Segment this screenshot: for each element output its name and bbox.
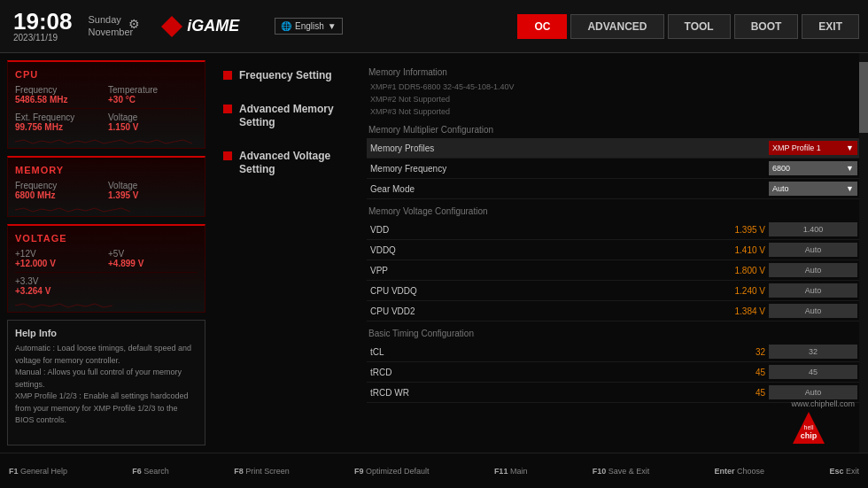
svg-text:hell: hell <box>804 424 814 430</box>
row-cpu-vdd2[interactable]: CPU VDD2 1.384 V Auto <box>367 301 861 321</box>
row-vddq[interactable]: VDDQ 1.410 V Auto <box>367 240 861 260</box>
control-memory-profiles[interactable]: XMP Profile 1 ▼ <box>769 141 857 155</box>
control-cpu-vddq[interactable]: Auto <box>769 283 857 298</box>
row-gear-mode[interactable]: Gear Mode Auto ▼ <box>367 179 861 199</box>
right-panel[interactable]: Memory Information XMP#1 DDR5-6800 32-45… <box>363 53 868 453</box>
nav-advanced-button[interactable]: ADVANCED <box>570 14 663 39</box>
mem-voltage: Voltage 1.395 V <box>108 181 198 200</box>
bottom-save-exit: F10 Save & Exit <box>593 467 650 476</box>
nav-exit-button[interactable]: EXIT <box>802 14 859 39</box>
control-memory-frequency[interactable]: 6800 ▼ <box>769 161 857 175</box>
memory-title: MEMORY <box>15 165 198 175</box>
control-cpu-vdd2[interactable]: Auto <box>769 304 857 318</box>
xmp2-info: XMP#2 Not Supported <box>367 93 861 105</box>
gear-dropdown[interactable]: Auto ▼ <box>769 182 857 196</box>
website-text: www.chiphell.com chip hell <box>791 399 855 445</box>
cpu-voltage: Voltage 1.150 V <box>108 112 198 132</box>
row-vdd[interactable]: VDD 1.395 V 1.400 <box>367 220 861 240</box>
cpu-temp-label: Temperature +30 °C <box>108 85 198 105</box>
row-trcd[interactable]: tRCD 45 45 <box>367 362 861 383</box>
menu-label-advanced-memory: Advanced Memory Setting <box>239 103 353 130</box>
v-5v: +5V +4.899 V <box>108 249 198 268</box>
voltage-grid: +12V +12.000 V +5V +4.899 V <box>15 249 198 268</box>
profile-dropdown[interactable]: XMP Profile 1 ▼ <box>769 141 857 155</box>
cpu-grid-2: Ext. Frequency 99.756 MHz Voltage 1.150 … <box>15 112 198 132</box>
day-month: Sunday November <box>89 14 134 37</box>
mem-freq: Frequency 6800 MHz <box>15 181 105 200</box>
freq-dropdown[interactable]: 6800 ▼ <box>769 161 857 175</box>
voltage-wave <box>15 299 198 305</box>
bullet-icon-2 <box>223 105 232 113</box>
bullet-icon-3 <box>223 151 232 160</box>
bottom-main: F11 Main <box>494 467 528 476</box>
menu-item-advanced-voltage[interactable]: Advanced Voltage Setting <box>216 141 360 186</box>
chip-logo: chip hell <box>791 410 855 445</box>
control-trcd[interactable]: 45 <box>769 365 857 379</box>
logo-text: iGAME <box>187 17 239 35</box>
row-trcd-wr[interactable]: tRCD WR 45 Auto <box>367 383 861 403</box>
help-title: Help Info <box>15 328 198 338</box>
nav-oc-button[interactable]: OC <box>517 14 567 39</box>
bullet-icon <box>223 71 232 80</box>
gear-icon[interactable]: ⚙ <box>128 17 140 31</box>
clock-section: 19:08 2023/11/19 <box>13 10 73 43</box>
cpu-grid: Frequency 5486.58 MHz Temperature +30 °C <box>15 85 198 105</box>
clock-date: 2023/11/19 <box>13 33 58 43</box>
help-text: Automatic : Load loose timings, default … <box>15 343 198 427</box>
chevron-down-icon: ▼ <box>328 21 337 31</box>
control-vddq[interactable]: Auto <box>769 243 857 257</box>
control-tcl[interactable]: 32 <box>769 345 857 359</box>
row-memory-profiles[interactable]: Memory Profiles XMP Profile 1 ▼ <box>367 138 861 159</box>
menu-item-frequency[interactable]: Frequency Setting <box>216 60 360 92</box>
row-tcl[interactable]: tCL 32 32 <box>367 342 861 362</box>
menu-item-advanced-memory[interactable]: Advanced Memory Setting <box>216 94 360 139</box>
cpu-card: CPU Frequency 5486.58 MHz Temperature +3… <box>7 60 205 149</box>
bottom-exit: Esc Exit <box>829 467 859 476</box>
section-multiplier: Memory Multiplier Configuration <box>367 121 861 138</box>
voltage-title: VOLTAGE <box>15 233 198 244</box>
globe-icon: 🌐 <box>281 21 291 31</box>
language-selector[interactable]: 🌐 English ▼ <box>275 18 343 35</box>
scrollbar-thumb[interactable] <box>859 62 868 133</box>
main-content: CPU Frequency 5486.58 MHz Temperature +3… <box>0 53 868 453</box>
bottom-bar: F1 General Help F6 Search F8 Print Scree… <box>0 453 868 488</box>
menu-label-frequency: Frequency Setting <box>239 69 332 83</box>
chevron-icon-3: ▼ <box>846 184 854 193</box>
help-info-card: Help Info Automatic : Load loose timings… <box>7 320 205 445</box>
section-voltage-config: Memory Voltage Configuration <box>367 203 861 220</box>
nav-tool-button[interactable]: TOOL <box>668 14 731 39</box>
svg-marker-0 <box>161 16 182 37</box>
nav-boot-button[interactable]: Boot <box>734 14 799 39</box>
memory-wave <box>15 204 198 209</box>
section-memory-info: Memory Information <box>367 64 861 81</box>
row-vpp[interactable]: VPP 1.800 V Auto <box>367 260 861 281</box>
scrollbar-track[interactable] <box>859 53 868 453</box>
clock-time: 19:08 <box>13 10 73 33</box>
bottom-general-help: F1 General Help <box>9 467 67 476</box>
cpu-freq-label: Frequency 5486.58 MHz <box>15 85 105 105</box>
control-vpp[interactable]: Auto <box>769 263 857 277</box>
chip-logo-icon: chip hell <box>791 410 826 445</box>
bottom-search: F6 Search <box>132 467 169 476</box>
section-timing: Basic Timing Configuration <box>367 325 861 342</box>
top-bar-left: ⚙ 19:08 2023/11/19 Sunday November iGAME <box>13 10 239 43</box>
top-bar: ⚙ 19:08 2023/11/19 Sunday November iGAME… <box>0 0 868 53</box>
row-memory-frequency[interactable]: Memory Frequency 6800 ▼ <box>367 159 861 179</box>
bottom-choose: Enter Choose <box>715 467 765 476</box>
control-vdd[interactable]: 1.400 <box>769 222 857 236</box>
row-cpu-vddq[interactable]: CPU VDDQ 1.240 V Auto <box>367 281 861 301</box>
v-12v: +12V +12.000 V <box>15 249 105 268</box>
logo-area: iGAME <box>159 14 239 39</box>
xmp1-info: XMP#1 DDR5-6800 32-45-45-108-1.40V <box>367 81 861 93</box>
memory-grid: Frequency 6800 MHz Voltage 1.395 V <box>15 181 198 200</box>
cpu-title: CPU <box>15 69 198 80</box>
cpu-extfreq: Ext. Frequency 99.756 MHz <box>15 112 105 132</box>
control-trcd-wr[interactable]: Auto <box>769 385 857 399</box>
bottom-print-screen: F8 Print Screen <box>234 467 290 476</box>
middle-panel: Frequency Setting Advanced Memory Settin… <box>213 53 363 453</box>
v-33v: +3.3V +3.264 V <box>15 276 198 296</box>
voltage-card: VOLTAGE +12V +12.000 V +5V +4.899 V +3.3… <box>7 224 205 313</box>
memory-card: MEMORY Frequency 6800 MHz Voltage 1.395 … <box>7 156 205 217</box>
control-gear-mode[interactable]: Auto ▼ <box>769 182 857 196</box>
chevron-icon-2: ▼ <box>846 164 854 173</box>
